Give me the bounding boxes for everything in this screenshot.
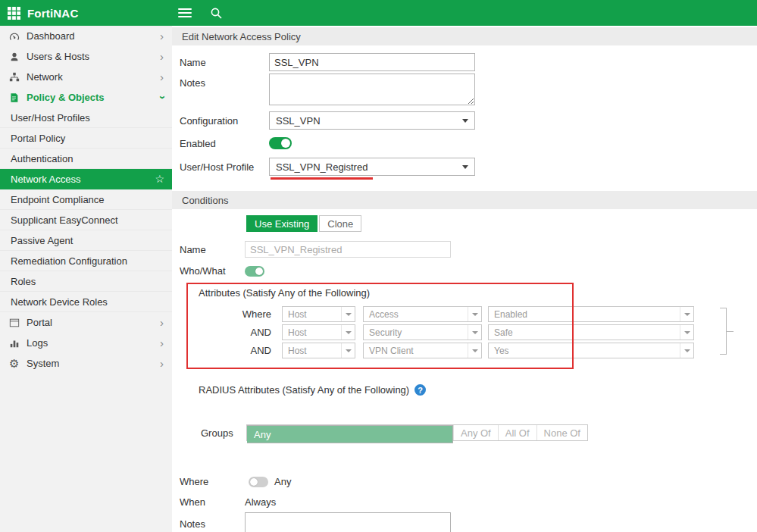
sidebar-item-system[interactable]: ⚙ System ›: [0, 353, 172, 374]
sidebar-item-network-access[interactable]: Network Access ☆: [0, 169, 172, 189]
groups-segmented-control: Any Any Of All Of None Of: [246, 424, 588, 441]
fortinac-logo-icon: [8, 7, 20, 20]
attribute-field-select[interactable]: Access: [363, 306, 482, 322]
attribute-row: AND Host Security Safe: [217, 324, 694, 340]
policy-icon: [9, 92, 27, 103]
notes-textarea[interactable]: [269, 74, 475, 105]
clone-button[interactable]: Clone: [319, 215, 361, 232]
sidebar: Dashboard › Users & Hosts › Network › Po…: [0, 26, 172, 532]
chevron-down-icon: [462, 119, 468, 123]
attribute-prefix: AND: [217, 327, 277, 338]
sidebar-item-network-device-roles[interactable]: Network Device Roles: [0, 292, 172, 312]
search-icon[interactable]: [210, 7, 222, 19]
annotation-red-underline: [271, 177, 373, 180]
favorite-star-icon[interactable]: ☆: [155, 173, 164, 185]
group-bracket: [720, 308, 727, 355]
groups-option-all-of[interactable]: All Of: [498, 425, 536, 440]
who-what-toggle[interactable]: [245, 266, 264, 277]
menu-icon[interactable]: [178, 8, 192, 17]
sidebar-item-users-hosts[interactable]: Users & Hosts ›: [0, 46, 172, 67]
attribute-category-select[interactable]: Host: [282, 324, 355, 340]
brand[interactable]: FortiNAC: [0, 7, 172, 20]
main-content: Edit Network Access Policy Name Notes Co…: [172, 26, 757, 532]
logs-icon: [9, 338, 27, 349]
use-existing-button[interactable]: Use Existing: [246, 215, 318, 232]
when-value: Always: [245, 496, 276, 508]
network-icon: [9, 72, 27, 83]
sidebar-item-label: Logs: [27, 337, 48, 349]
conditions-header: Conditions: [172, 191, 757, 209]
sidebar-item-endpoint-compliance[interactable]: Endpoint Compliance: [0, 189, 172, 210]
sidebar-item-remediation-configuration[interactable]: Remediation Configuration: [0, 251, 172, 271]
dashboard-icon: [9, 31, 27, 42]
sidebar-item-network[interactable]: Network ›: [0, 67, 172, 87]
conditions-name-input[interactable]: [245, 241, 451, 258]
sidebar-item-label: Portal: [27, 317, 52, 328]
sidebar-item-label: Endpoint Compliance: [11, 194, 105, 205]
attribute-value-select[interactable]: Enabled: [488, 306, 694, 322]
conditions-notes-label: Notes: [180, 512, 245, 532]
attribute-value-select[interactable]: Safe: [488, 324, 694, 340]
configuration-label: Configuration: [180, 111, 269, 130]
where-toggle[interactable]: [249, 477, 268, 487]
attribute-category-select[interactable]: Host: [282, 343, 355, 358]
sidebar-item-portal[interactable]: Portal ›: [0, 312, 172, 333]
sidebar-item-logs[interactable]: Logs ›: [0, 333, 172, 353]
gear-icon: ⚙: [9, 358, 27, 369]
sidebar-item-label: Users & Hosts: [27, 51, 89, 62]
attribute-field-select[interactable]: VPN Client: [363, 343, 482, 358]
sidebar-item-authentication[interactable]: Authentication: [0, 149, 172, 169]
sidebar-item-label: Network: [27, 71, 63, 83]
sidebar-item-label: Dashboard: [27, 30, 75, 42]
chevron-right-icon: ›: [160, 358, 164, 369]
chevron-right-icon: ›: [160, 71, 164, 83]
groups-option-any-of[interactable]: Any Of: [453, 425, 498, 440]
chevron-down-icon: ›: [158, 95, 169, 99]
chevron-right-icon: ›: [160, 337, 164, 349]
chevron-down-icon: [341, 325, 355, 340]
conditions-notes-input[interactable]: [245, 512, 451, 532]
sidebar-item-user-host-profiles[interactable]: User/Host Profiles: [0, 108, 172, 128]
attribute-value-select[interactable]: Yes: [488, 343, 694, 358]
sidebar-item-label: Authentication: [11, 153, 73, 164]
attribute-row: AND Host VPN Client Yes: [217, 343, 694, 358]
enabled-label: Enabled: [180, 138, 269, 149]
users-icon: [9, 52, 27, 62]
chevron-right-icon: ›: [160, 51, 164, 62]
sidebar-item-label: Portal Policy: [11, 133, 65, 144]
radius-attributes-title: RADIUS Attributes (Satisfy Any of the Fo…: [199, 384, 409, 396]
sidebar-item-label: Policy & Objects: [27, 92, 105, 103]
groups-option-any[interactable]: Any: [247, 425, 453, 443]
chevron-right-icon: ›: [160, 30, 164, 42]
attribute-category-select[interactable]: Host: [282, 306, 355, 322]
sidebar-item-label: System: [27, 358, 59, 369]
attribute-prefix: AND: [217, 345, 277, 356]
help-icon[interactable]: ?: [414, 384, 426, 396]
name-label: Name: [180, 53, 269, 71]
configuration-select[interactable]: SSL_VPN: [269, 111, 475, 130]
chevron-down-icon: [680, 325, 693, 340]
toggle-knob: [250, 478, 258, 486]
when-label: When: [180, 496, 245, 508]
top-bar: FortiNAC: [0, 0, 757, 26]
notes-label: Notes: [180, 74, 269, 105]
sidebar-item-label: Network Device Roles: [11, 296, 108, 308]
where-value: Any: [274, 476, 291, 487]
attributes-title: Attributes (Satisfy Any of the Following…: [199, 287, 370, 299]
sidebar-item-policy-objects[interactable]: Policy & Objects ›: [0, 87, 172, 108]
sidebar-item-roles[interactable]: Roles: [0, 271, 172, 292]
sidebar-item-label: User/Host Profiles: [11, 112, 90, 124]
conditions-name-label: Name: [180, 241, 245, 258]
sidebar-item-portal-policy[interactable]: Portal Policy: [0, 128, 172, 149]
chevron-down-icon: [341, 307, 355, 321]
sidebar-item-dashboard[interactable]: Dashboard ›: [0, 26, 172, 46]
user-host-profile-select[interactable]: SSL_VPN_Registred: [269, 158, 475, 176]
sidebar-item-supplicant-easyconnect[interactable]: Supplicant EasyConnect: [0, 210, 172, 230]
attribute-field-select[interactable]: Security: [363, 324, 482, 340]
enabled-toggle[interactable]: [269, 137, 292, 149]
sidebar-item-label: Roles: [11, 276, 36, 287]
name-input[interactable]: [269, 53, 475, 71]
chevron-down-icon: [680, 343, 693, 358]
sidebar-item-passive-agent[interactable]: Passive Agent: [0, 230, 172, 251]
groups-option-none-of[interactable]: None Of: [536, 425, 587, 440]
